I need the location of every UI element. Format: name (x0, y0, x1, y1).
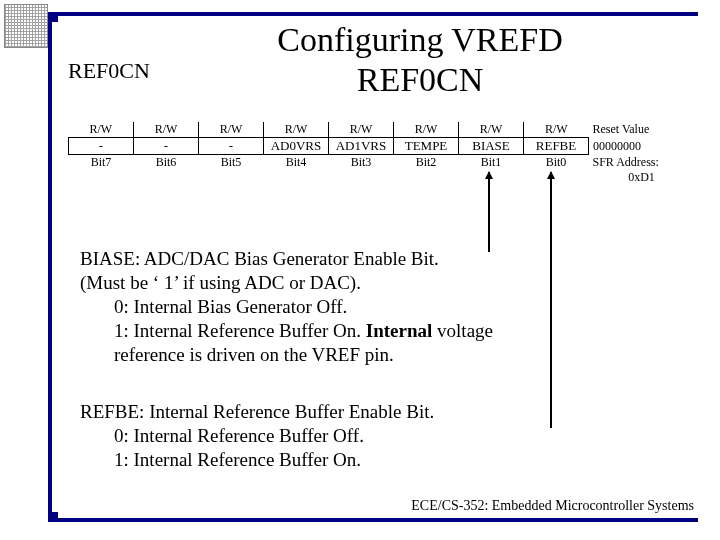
refbe-one: 1: Internal Reference Buffer On. (80, 448, 434, 472)
bit-cell: Bit5 (199, 155, 264, 171)
reset-label: Reset Value (589, 122, 659, 138)
rw-cell: R/W (134, 122, 199, 138)
rule-left (48, 12, 52, 522)
rw-cell: R/W (394, 122, 459, 138)
bit-cell: Bit7 (69, 155, 134, 171)
refbe-zero: 0: Internal Reference Buffer Off. (80, 424, 434, 448)
slide-title: Configuring VREFD REF0CN (210, 20, 630, 100)
chip-icon (4, 4, 48, 48)
rw-cell: R/W (199, 122, 264, 138)
rw-cell: R/W (264, 122, 329, 138)
bit-cell: Bit4 (264, 155, 329, 171)
refbe-block: REFBE: Internal Reference Buffer Enable … (80, 400, 434, 472)
biase-head: BIASE: ADC/DAC Bias Generator Enable Bit… (80, 247, 493, 271)
addr-value: 0xD1 (589, 170, 659, 185)
register-label: REF0CN (68, 58, 150, 84)
rw-cell: R/W (524, 122, 589, 138)
rw-cell: R/W (459, 122, 524, 138)
rw-cell: R/W (69, 122, 134, 138)
slide: Configuring VREFD REF0CN REF0CN R/W R/W … (0, 0, 720, 540)
addr-label: SFR Address: (589, 155, 659, 171)
bit-cell: Bit2 (394, 155, 459, 171)
bit-cell: Bit3 (329, 155, 394, 171)
field-cell: BIASE (459, 138, 524, 155)
refbe-head: REFBE: Internal Reference Buffer Enable … (80, 400, 434, 424)
corner-bl (48, 512, 58, 522)
field-cell: AD0VRS (264, 138, 329, 155)
register-table: R/W R/W R/W R/W R/W R/W R/W R/W Reset Va… (68, 122, 659, 185)
field-cell: REFBE (524, 138, 589, 155)
corner-tl (48, 12, 58, 22)
biase-one-line1: 1: Internal Reference Buffer On. Interna… (80, 319, 493, 343)
biase-block: BIASE: ADC/DAC Bias Generator Enable Bit… (80, 247, 493, 367)
rw-cell: R/W (329, 122, 394, 138)
biase-zero: 0: Internal Bias Generator Off. (80, 295, 493, 319)
rule-top (58, 12, 698, 16)
footer-text: ECE/CS-352: Embedded Microcontroller Sys… (411, 498, 694, 514)
bit-cell: Bit1 (459, 155, 524, 171)
biase-note: (Must be ‘ 1’ if using ADC or DAC). (80, 271, 493, 295)
arrow-biase (488, 172, 490, 252)
field-cell: - (69, 138, 134, 155)
bit-cell: Bit6 (134, 155, 199, 171)
bit-cell: Bit0 (524, 155, 589, 171)
rule-bottom (58, 518, 698, 522)
arrow-refbe (550, 172, 552, 428)
field-cell: AD1VRS (329, 138, 394, 155)
field-cell: TEMPE (394, 138, 459, 155)
reset-value: 00000000 (589, 138, 659, 155)
field-cell: - (134, 138, 199, 155)
biase-one-line2: reference is driven on the VREF pin. (80, 343, 493, 367)
field-cell: - (199, 138, 264, 155)
